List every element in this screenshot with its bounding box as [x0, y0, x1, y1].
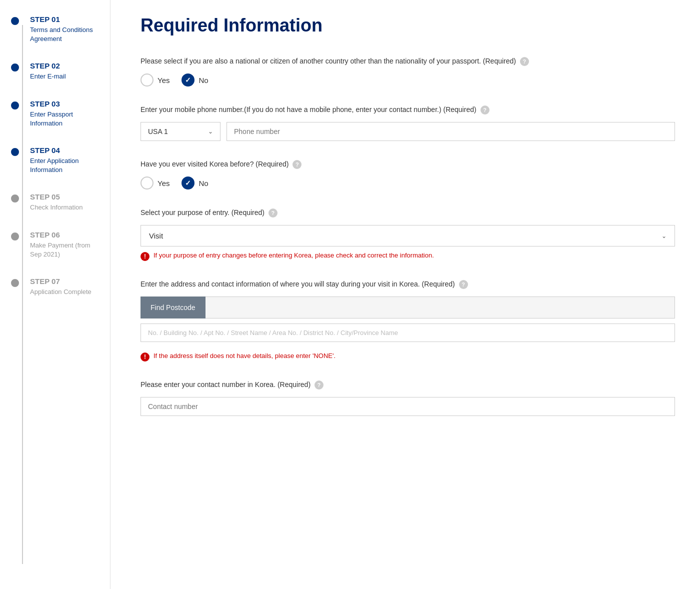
phone-row: USA 1 ⌄: [140, 122, 675, 141]
address-warning-msg: ! If the address itself does not have de…: [140, 352, 675, 362]
sidebar-step-5: STEP 05Check Information: [15, 192, 100, 212]
nationality-no-circle: [182, 74, 194, 86]
purpose-label: Select your purpose of entry. (Required)…: [140, 208, 675, 218]
nationality-label: Please select if you are also a national…: [140, 56, 675, 66]
postcode-input[interactable]: [206, 296, 676, 318]
nationality-yes-radio[interactable]: Yes: [140, 74, 170, 86]
step-desc-1: Terms and Conditions Agreement: [30, 26, 100, 44]
step-label-6: STEP 06: [30, 230, 100, 239]
nationality-section: Please select if you are also a national…: [140, 56, 675, 86]
nationality-no-label: No: [198, 76, 208, 84]
step-dot-3: [11, 102, 19, 110]
address-help-icon[interactable]: ?: [459, 280, 468, 289]
step-label-4: STEP 04: [30, 146, 100, 154]
korea-visited-radio-group: Yes No: [140, 176, 675, 190]
step-label-2: STEP 02: [30, 62, 100, 70]
purpose-warning-msg: ! If your purpose of entry changes befor…: [140, 252, 675, 261]
step-desc-6: Make Payment (from Sep 2021): [30, 241, 100, 259]
sidebar-step-2: STEP 02Enter E-mail: [15, 62, 100, 81]
step-desc-3: Enter Passport Information: [30, 110, 100, 128]
step-dot-7: [11, 279, 19, 287]
purpose-section: Select your purpose of entry. (Required)…: [140, 208, 675, 261]
korea-visited-section: Have you ever visited Korea before? (Req…: [140, 159, 675, 190]
address-full-input[interactable]: [140, 324, 675, 342]
nationality-radio-group: Yes No: [140, 74, 675, 86]
step-desc-4: Enter Application Information: [30, 156, 100, 174]
country-select-value: USA 1: [148, 128, 168, 136]
phone-input[interactable]: [226, 122, 675, 141]
address-row: Find Postcode: [140, 296, 675, 318]
address-warning-text: If the address itself does not have deta…: [154, 352, 336, 360]
step-desc-5: Check Information: [30, 203, 100, 212]
chevron-down-icon: ⌄: [208, 128, 213, 135]
korea-no-label: No: [198, 179, 208, 188]
phone-label: Enter your mobile phone number.(If you d…: [140, 104, 675, 115]
sidebar-step-3: STEP 03Enter Passport Information: [15, 100, 100, 128]
step-dot-2: [11, 64, 19, 72]
contact-korea-input[interactable]: [140, 397, 675, 416]
address-label: Enter the address and contact informatio…: [140, 279, 675, 290]
sidebar-step-1: STEP 01Terms and Conditions Agreement: [15, 15, 100, 44]
nationality-help-icon[interactable]: ?: [520, 57, 529, 66]
korea-no-radio[interactable]: No: [182, 176, 208, 190]
purpose-select[interactable]: Visit ⌄: [140, 225, 675, 246]
address-section: Enter the address and contact informatio…: [140, 279, 675, 362]
step-dot-6: [11, 232, 19, 240]
nationality-yes-label: Yes: [158, 76, 170, 84]
sidebar-step-4: STEP 04Enter Application Information: [15, 146, 100, 174]
korea-no-circle: [182, 176, 194, 190]
step-dot-5: [11, 194, 19, 202]
sidebar: STEP 01Terms and Conditions AgreementSTE…: [0, 0, 110, 589]
contact-korea-label: Please enter your contact number in Kore…: [140, 380, 675, 390]
korea-yes-label: Yes: [158, 179, 170, 188]
step-desc-7: Application Complete: [30, 288, 100, 296]
page-title: Required Information: [140, 15, 675, 36]
sidebar-step-6: STEP 06Make Payment (from Sep 2021): [15, 230, 100, 259]
find-postcode-button[interactable]: Find Postcode: [140, 296, 206, 318]
purpose-select-value: Visit: [149, 232, 163, 240]
step-label-5: STEP 05: [30, 192, 100, 201]
korea-visited-label: Have you ever visited Korea before? (Req…: [140, 159, 675, 170]
purpose-warning-icon: !: [140, 252, 150, 261]
korea-yes-radio[interactable]: Yes: [140, 176, 170, 190]
sidebar-step-7: STEP 07Application Complete: [15, 277, 100, 296]
step-label-7: STEP 07: [30, 277, 100, 286]
nationality-yes-circle: [140, 74, 154, 86]
address-warning-icon: !: [140, 352, 150, 362]
main-content: Required Information Please select if yo…: [110, 0, 700, 589]
step-label-1: STEP 01: [30, 15, 100, 24]
nationality-no-radio[interactable]: No: [182, 74, 208, 86]
purpose-help-icon[interactable]: ?: [268, 208, 278, 218]
korea-help-icon[interactable]: ?: [292, 160, 302, 169]
purpose-warning-text: If your purpose of entry changes before …: [154, 252, 434, 259]
country-select[interactable]: USA 1 ⌄: [140, 122, 220, 141]
step-dot-4: [11, 148, 19, 156]
korea-yes-circle: [140, 176, 154, 190]
phone-section: Enter your mobile phone number.(If you d…: [140, 104, 675, 141]
step-dot-1: [11, 17, 19, 25]
contact-korea-help-icon[interactable]: ?: [314, 380, 324, 390]
contact-korea-section: Please enter your contact number in Kore…: [140, 380, 675, 416]
step-desc-2: Enter E-mail: [30, 72, 100, 81]
step-label-3: STEP 03: [30, 100, 100, 108]
purpose-chevron-icon: ⌄: [662, 232, 666, 240]
phone-help-icon[interactable]: ?: [480, 106, 490, 114]
